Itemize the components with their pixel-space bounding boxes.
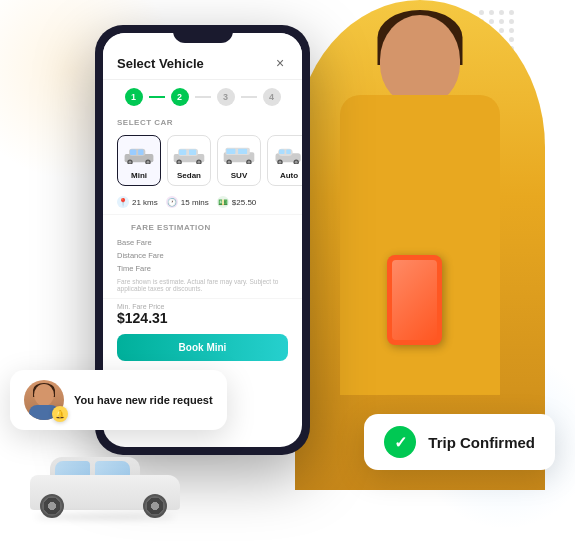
sedan-label: Sedan bbox=[171, 171, 207, 180]
car-shadow bbox=[35, 514, 175, 520]
car-option-sedan[interactable]: Sedan bbox=[167, 135, 211, 186]
auto-label: Auto bbox=[271, 171, 302, 180]
price-info: 💵 $25.50 bbox=[217, 196, 256, 208]
avatar-head bbox=[34, 384, 54, 406]
notification-text: You have new ride request bbox=[74, 393, 213, 407]
step-line-3 bbox=[241, 96, 257, 98]
car-option-suv[interactable]: SUV bbox=[217, 135, 261, 186]
svg-point-7 bbox=[147, 161, 150, 164]
svg-rect-19 bbox=[238, 149, 247, 154]
svg-point-5 bbox=[129, 161, 132, 164]
notification-avatar-container: 🔔 bbox=[24, 380, 64, 420]
car-option-mini[interactable]: Mini bbox=[117, 135, 161, 186]
trip-info: 📍 21 kms 🕐 15 mins 💵 $25.50 bbox=[103, 190, 302, 214]
min-fare-label: Min. Fare Price bbox=[117, 303, 288, 310]
mini-label: Mini bbox=[121, 171, 157, 180]
phone-notch bbox=[173, 25, 233, 43]
svg-rect-27 bbox=[286, 150, 291, 155]
mini-car-icon bbox=[121, 146, 157, 164]
svg-point-15 bbox=[198, 161, 201, 164]
svg-point-31 bbox=[295, 161, 298, 164]
step-4[interactable]: 4 bbox=[263, 88, 281, 106]
car-illustration bbox=[20, 455, 190, 520]
notification-card: 🔔 You have new ride request bbox=[10, 370, 227, 430]
car-visual bbox=[20, 455, 185, 520]
svg-rect-10 bbox=[179, 150, 186, 155]
base-fare-label: Base Fare bbox=[117, 238, 152, 247]
svg-rect-2 bbox=[130, 150, 136, 155]
bell-icon: 🔔 bbox=[55, 410, 65, 419]
distance-info: 📍 21 kms bbox=[117, 196, 158, 208]
confirm-check-circle: ✓ bbox=[384, 426, 416, 458]
svg-rect-11 bbox=[189, 150, 196, 155]
svg-point-13 bbox=[178, 161, 181, 164]
select-car-label: SELECT CAR bbox=[103, 114, 302, 131]
step-line-1 bbox=[149, 96, 165, 98]
trip-confirmed-text: Trip Confirmed bbox=[428, 434, 535, 451]
time-fare-row: Time Fare bbox=[117, 262, 288, 275]
time-fare-label: Time Fare bbox=[117, 264, 151, 273]
car-options: Mini Sedan bbox=[103, 131, 302, 190]
svg-point-23 bbox=[248, 161, 251, 164]
auto-car-icon bbox=[271, 146, 302, 164]
checkmark-icon: ✓ bbox=[394, 433, 407, 452]
distance-fare-label: Distance Fare bbox=[117, 251, 164, 260]
step-indicator: 1 2 3 4 bbox=[103, 80, 302, 114]
suv-car-icon bbox=[221, 146, 257, 164]
sedan-car-icon bbox=[171, 146, 207, 164]
bell-badge: 🔔 bbox=[52, 406, 68, 422]
suv-label: SUV bbox=[221, 171, 257, 180]
distance-fare-row: Distance Fare bbox=[117, 249, 288, 262]
svg-point-21 bbox=[228, 161, 231, 164]
book-mini-button[interactable]: Book Mini bbox=[117, 334, 288, 361]
svg-rect-18 bbox=[226, 149, 235, 154]
step-2[interactable]: 2 bbox=[171, 88, 189, 106]
fare-note: Fare shown is estimate. Actual fare may … bbox=[117, 275, 288, 294]
modal-title: Select Vehicle bbox=[117, 56, 204, 71]
step-1[interactable]: 1 bbox=[125, 88, 143, 106]
fare-estimation-section: FARE ESTIMATION Base Fare Distance Fare … bbox=[103, 214, 302, 298]
clock-icon: 🕐 bbox=[166, 196, 178, 208]
svg-point-29 bbox=[279, 161, 282, 164]
min-fare-value: $124.31 bbox=[117, 310, 288, 326]
fare-section-label: FARE ESTIMATION bbox=[117, 219, 288, 236]
time-info: 🕐 15 mins bbox=[166, 196, 209, 208]
svg-rect-3 bbox=[138, 150, 143, 155]
svg-rect-26 bbox=[279, 150, 284, 155]
dollar-icon: 💵 bbox=[217, 196, 229, 208]
location-icon: 📍 bbox=[117, 196, 129, 208]
step-3[interactable]: 3 bbox=[217, 88, 235, 106]
base-fare-row: Base Fare bbox=[117, 236, 288, 249]
step-line-2 bbox=[195, 96, 211, 98]
min-fare-section: Min. Fare Price $124.31 bbox=[103, 298, 302, 330]
close-icon[interactable]: × bbox=[272, 55, 288, 71]
car-option-auto[interactable]: Auto bbox=[267, 135, 302, 186]
trip-confirmed-card: ✓ Trip Confirmed bbox=[364, 414, 555, 470]
